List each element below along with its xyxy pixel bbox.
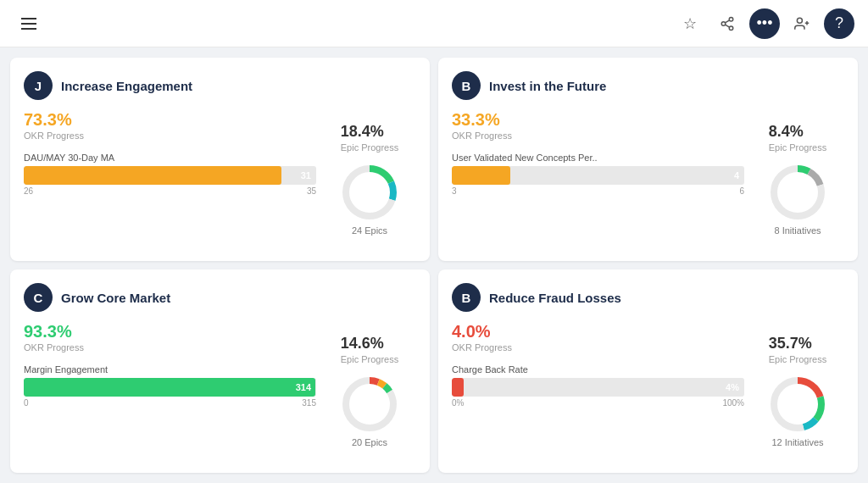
okr-value-1: 73.3% — [24, 110, 84, 130]
donut-chart-1 — [340, 163, 399, 222]
more-button[interactable]: ••• — [749, 8, 780, 39]
range-max-3: 315 — [302, 398, 316, 408]
progress-range-1: 26 35 — [24, 186, 316, 196]
card-right-3: 14.6% Epic Progress 20 Epics — [323, 322, 416, 459]
card-header-3: C Grow Core Market — [24, 283, 416, 312]
right-metrics-2: 8.4% Epic Progress — [769, 123, 826, 153]
progress-bar-fill-1 — [24, 166, 281, 185]
donut-chart-3 — [340, 375, 399, 434]
card-2: B Invest in the Future 33.3% OKR Progres… — [438, 58, 858, 261]
right-metrics-4: 35.7% Epic Progress — [769, 335, 826, 364]
progress-title-1: DAU/MAY 30-Day MA — [24, 153, 316, 163]
okr-label-3: OKR Progress — [24, 342, 84, 353]
card-right-4: 35.7% Epic Progress 12 Initiatives — [751, 322, 844, 459]
range-min-2: 3 — [452, 186, 457, 196]
card-title-4: Reduce Fraud Losses — [489, 291, 621, 305]
add-user-button[interactable] — [787, 8, 817, 39]
avatar-2: B — [452, 71, 481, 100]
header-right: ☆ ••• ? — [675, 8, 854, 39]
progress-bar-track-2: 4 — [452, 166, 744, 185]
card-header-1: J Increase Engagement — [24, 71, 416, 100]
metrics-row-3: 93.3% OKR Progress — [24, 322, 316, 356]
okr-metric-2: 33.3% OKR Progress — [452, 110, 512, 141]
svg-point-5 — [797, 18, 802, 23]
epic-label-3: Epic Progress — [341, 354, 398, 364]
epic-value-2: 8.4% — [769, 123, 804, 141]
okr-label-4: OKR Progress — [452, 342, 512, 353]
share-button[interactable] — [712, 8, 743, 39]
card-4: B Reduce Fraud Losses 4.0% OKR Progress … — [438, 269, 858, 473]
card-right-2: 8.4% Epic Progress 8 Initiatives — [751, 110, 844, 247]
menu-button[interactable] — [14, 8, 44, 39]
donut-chart-2 — [768, 163, 827, 222]
range-max-4: 100% — [722, 398, 744, 408]
donut-chart-4 — [768, 375, 827, 434]
progress-section-4: Charge Back Rate 4% 0% 100% — [452, 364, 744, 408]
header-left — [14, 8, 54, 39]
epic-value-4: 35.7% — [769, 335, 812, 353]
progress-section-3: Margin Engagement 314 0 315 — [24, 364, 316, 408]
svg-line-4 — [725, 19, 729, 22]
progress-bar-fill-2 — [452, 166, 510, 185]
range-max-2: 6 — [739, 186, 744, 196]
progress-range-3: 0 315 — [24, 398, 316, 408]
progress-title-3: Margin Engagement — [24, 364, 316, 375]
okr-value-4: 4.0% — [452, 322, 512, 341]
card-header-2: B Invest in the Future — [452, 71, 844, 100]
svg-point-1 — [721, 21, 726, 25]
card-left-4: 4.0% OKR Progress Charge Back Rate 4% 0%… — [452, 322, 744, 459]
card-right-1: 18.4% Epic Progress 24 Epics — [323, 110, 416, 247]
okr-value-2: 33.3% — [452, 110, 512, 130]
card-left-3: 93.3% OKR Progress Margin Engagement 314… — [24, 322, 316, 459]
progress-bar-track-3: 314 — [24, 378, 316, 397]
star-button[interactable]: ☆ — [675, 8, 705, 39]
metrics-row-2: 33.3% OKR Progress — [452, 110, 744, 144]
card-body-4: 4.0% OKR Progress Charge Back Rate 4% 0%… — [452, 322, 844, 459]
progress-section-1: DAU/MAY 30-Day MA 31 26 35 — [24, 153, 316, 196]
epic-label-1: Epic Progress — [341, 142, 398, 153]
progress-bar-value-3: 314 — [296, 382, 311, 392]
card-3: C Grow Core Market 93.3% OKR Progress Ma… — [10, 269, 430, 473]
range-min-4: 0% — [452, 398, 464, 408]
card-title-1: Increase Engagement — [61, 79, 192, 93]
okr-metric-4: 4.0% OKR Progress — [452, 322, 512, 353]
progress-title-2: User Validated New Concepts Per.. — [452, 153, 744, 163]
progress-title-4: Charge Back Rate — [452, 364, 744, 375]
okr-label-1: OKR Progress — [24, 130, 84, 141]
count-label-4: 12 Initiatives — [771, 437, 823, 447]
progress-section-2: User Validated New Concepts Per.. 4 3 6 — [452, 153, 744, 196]
card-title-3: Grow Core Market — [61, 291, 170, 305]
metrics-row-1: 73.3% OKR Progress — [24, 110, 316, 144]
svg-line-3 — [725, 25, 729, 27]
range-max-1: 35 — [307, 186, 316, 196]
avatar-4: B — [452, 283, 481, 312]
content-grid: J Increase Engagement 73.3% OKR Progress… — [0, 47, 868, 483]
epic-label-4: Epic Progress — [769, 354, 826, 364]
app-container: ☆ ••• ? J Increase Engagement — [0, 0, 868, 483]
okr-metric-1: 73.3% OKR Progress — [24, 110, 84, 141]
avatar-3: C — [24, 283, 53, 312]
svg-point-2 — [729, 26, 733, 31]
count-label-3: 20 Epics — [352, 437, 387, 447]
card-title-2: Invest in the Future — [489, 79, 606, 93]
epic-value-3: 14.6% — [341, 335, 384, 353]
card-body-3: 93.3% OKR Progress Margin Engagement 314… — [24, 322, 416, 459]
progress-bar-fill-3 — [24, 378, 315, 397]
progress-bar-value-4: 4% — [726, 382, 739, 392]
okr-metric-3: 93.3% OKR Progress — [24, 322, 84, 353]
progress-bar-track-4: 4% — [452, 378, 744, 397]
right-metrics-3: 14.6% Epic Progress — [341, 335, 398, 364]
okr-label-2: OKR Progress — [452, 130, 512, 141]
epic-value-1: 18.4% — [341, 123, 384, 141]
help-button[interactable]: ? — [824, 8, 854, 39]
progress-range-2: 3 6 — [452, 186, 744, 196]
svg-point-0 — [729, 17, 733, 21]
card-body-1: 73.3% OKR Progress DAU/MAY 30-Day MA 31 … — [24, 110, 416, 247]
avatar-1: J — [24, 71, 53, 100]
okr-value-3: 93.3% — [24, 322, 84, 341]
card-left-2: 33.3% OKR Progress User Validated New Co… — [452, 110, 744, 247]
count-label-2: 8 Initiatives — [774, 225, 821, 236]
hamburger-icon — [21, 18, 36, 30]
progress-range-4: 0% 100% — [452, 398, 744, 408]
right-metrics-1: 18.4% Epic Progress — [341, 123, 398, 153]
